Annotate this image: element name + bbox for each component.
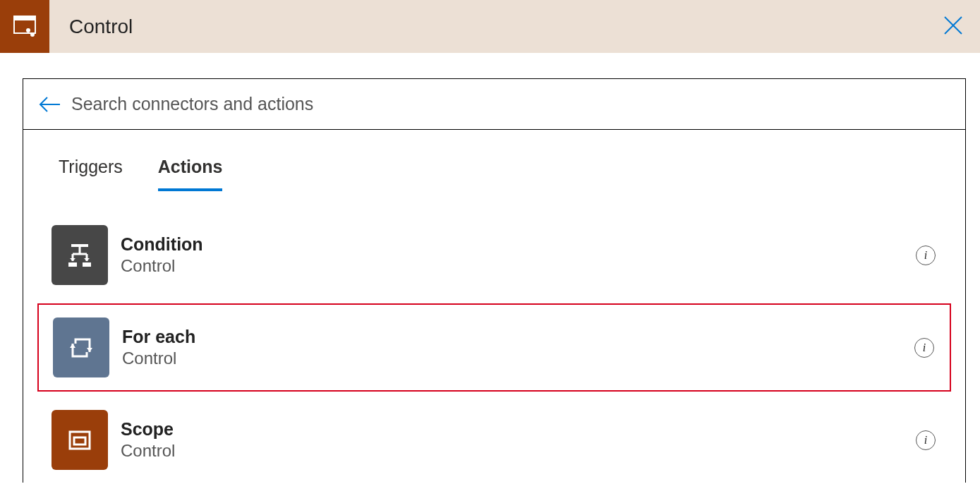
action-text: Scope Control xyxy=(121,419,916,461)
close-button[interactable] xyxy=(942,14,964,40)
back-button[interactable] xyxy=(36,91,63,118)
info-icon[interactable]: i xyxy=(916,246,936,265)
action-subtitle: Control xyxy=(121,256,916,276)
scope-icon xyxy=(52,410,108,470)
tab-actions[interactable]: Actions xyxy=(158,157,223,191)
action-subtitle: Control xyxy=(122,349,914,368)
control-connector-icon xyxy=(0,0,49,53)
panel-header: Control xyxy=(0,0,980,53)
svg-rect-15 xyxy=(83,262,91,267)
svg-rect-18 xyxy=(70,432,90,449)
search-bar xyxy=(23,79,965,130)
action-item-scope[interactable]: Scope Control i xyxy=(37,397,951,483)
action-item-foreach[interactable]: For each Control i xyxy=(37,303,951,392)
action-list: Condition Control i For each Control i xyxy=(23,191,965,483)
action-subtitle: Control xyxy=(121,441,916,461)
action-title: Condition xyxy=(121,234,916,255)
tab-triggers[interactable]: Triggers xyxy=(59,157,123,191)
condition-icon xyxy=(52,225,108,285)
svg-rect-1 xyxy=(14,16,35,20)
svg-marker-17 xyxy=(70,344,75,348)
svg-point-2 xyxy=(26,28,30,32)
panel-title: Control xyxy=(69,16,133,38)
action-text: For each Control xyxy=(122,327,914,368)
action-text: Condition Control xyxy=(121,234,916,276)
action-title: Scope xyxy=(121,419,916,440)
action-item-condition[interactable]: Condition Control i xyxy=(37,212,951,298)
foreach-icon xyxy=(53,317,109,377)
svg-point-3 xyxy=(30,32,35,37)
action-picker-panel: Triggers Actions Condition Co xyxy=(23,78,966,483)
svg-marker-16 xyxy=(87,348,92,352)
tabs: Triggers Actions xyxy=(23,130,965,191)
svg-rect-19 xyxy=(74,437,85,444)
svg-rect-7 xyxy=(71,244,88,247)
info-icon[interactable]: i xyxy=(916,430,936,450)
action-title: For each xyxy=(122,327,914,347)
svg-marker-13 xyxy=(84,258,90,261)
svg-marker-12 xyxy=(70,258,75,261)
info-icon[interactable]: i xyxy=(914,338,934,358)
svg-rect-14 xyxy=(68,262,77,267)
search-input[interactable] xyxy=(71,94,952,114)
